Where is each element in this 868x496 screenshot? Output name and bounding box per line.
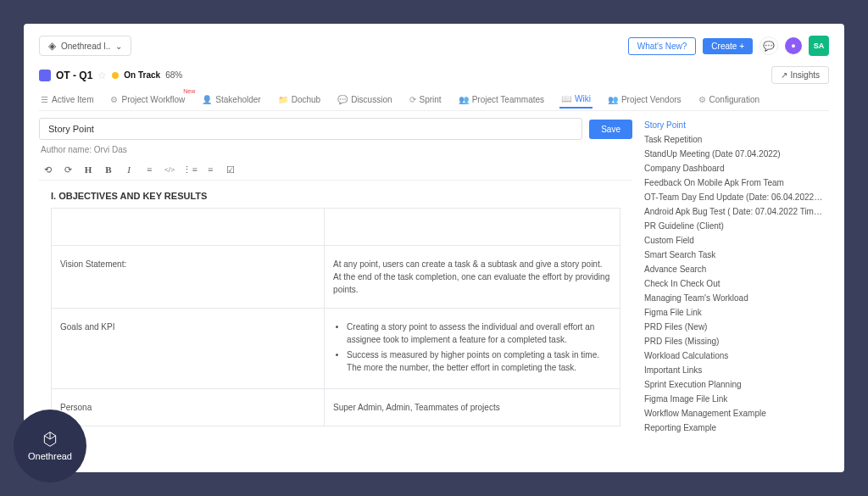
sidebar-item[interactable]: PRD Files (New): [643, 320, 826, 334]
code-icon[interactable]: </>: [163, 163, 176, 176]
italic-icon[interactable]: I: [122, 163, 136, 176]
sidebar-item[interactable]: OT-Team Day End Update (Date: 06.04.2022…: [643, 190, 826, 204]
tab-label: Configuration: [709, 95, 760, 104]
table-cell-content[interactable]: At any point, users can create a task & …: [325, 246, 620, 309]
tab-project-teammates[interactable]: 👥Project Teammates: [457, 91, 546, 109]
org-selector[interactable]: ◈ Onethread I.. ⌄: [39, 36, 131, 56]
tab-label: Wiki: [575, 94, 591, 103]
tab-icon: 📖: [561, 94, 571, 103]
create-button[interactable]: Create +: [703, 38, 753, 54]
tab-label: Project Workflow: [121, 95, 185, 104]
tab-wiki[interactable]: 📖Wiki: [559, 91, 593, 109]
whats-new-button[interactable]: What's New?: [628, 37, 697, 55]
insights-icon: ↗: [781, 70, 787, 80]
tab-dochub[interactable]: 📁Dochub: [276, 91, 322, 109]
chat-icon[interactable]: 💬: [760, 36, 778, 55]
table-cell-content[interactable]: Creating a story point to assess the ind…: [325, 309, 620, 389]
table-row: PersonaSuper Admin, Admin, Teammates of …: [52, 389, 620, 426]
top-bar: ◈ Onethread I.. ⌄ What's New? Create + 💬…: [39, 36, 829, 63]
project-title: OT - Q1: [56, 70, 92, 81]
author-name: Orvi Das: [94, 145, 127, 154]
sidebar-item[interactable]: Reporting Example: [643, 421, 826, 435]
redo-icon[interactable]: ⟳: [61, 163, 75, 176]
check-icon[interactable]: ☑: [224, 163, 237, 176]
bold-icon[interactable]: B: [102, 163, 115, 176]
sidebar-item[interactable]: Check In Check Out: [643, 276, 826, 291]
org-name: Onethread I..: [61, 42, 110, 51]
sidebar-item[interactable]: Important Links: [643, 363, 826, 377]
sidebar-item[interactable]: Workload Calculations: [643, 348, 826, 363]
tab-icon: 💬: [337, 95, 348, 104]
editor-toolbar: ⟲ ⟳ H B I ≡ </> ⋮≡ ≡ ☑: [39, 159, 632, 181]
heading-icon[interactable]: H: [81, 163, 95, 176]
progress-text: 68%: [165, 70, 182, 80]
table-cell-label[interactable]: Vision Statement:: [52, 246, 325, 309]
tab-active-item[interactable]: ☰Active Item: [39, 91, 95, 109]
new-badge: New: [183, 88, 195, 94]
tab-discussion[interactable]: 💬Discussion: [336, 91, 393, 109]
table-cell-label[interactable]: Goals and KPI: [52, 309, 325, 389]
star-icon[interactable]: ☆: [97, 70, 107, 81]
sidebar-item[interactable]: Sprint Execution Planning: [643, 377, 826, 392]
author-line: Author name: Orvi Das: [41, 145, 631, 154]
save-button[interactable]: Save: [589, 120, 632, 139]
sidebar-item[interactable]: Workflow Management Example: [643, 406, 826, 421]
table-row: Vision Statement:At any point, users can…: [52, 246, 620, 309]
table-cell[interactable]: [52, 209, 325, 246]
wiki-title-input[interactable]: [39, 118, 582, 140]
tab-icon: ⚙: [698, 95, 706, 104]
ol-icon[interactable]: ≡: [203, 163, 217, 176]
sidebar-item[interactable]: Smart Search Task: [643, 248, 826, 262]
table-cell[interactable]: [325, 209, 620, 246]
org-icon: ◈: [48, 40, 56, 52]
tab-project-workflow[interactable]: ⚙Project WorkflowNew: [108, 91, 186, 109]
doc-body[interactable]: I. OBJECTIVES AND KEY RESULTS Vision Sta…: [39, 181, 632, 460]
quote-icon[interactable]: ≡: [142, 163, 156, 176]
sidebar-item[interactable]: Feedback On Mobile Apk From Team: [643, 176, 826, 190]
tab-icon: ⚙: [110, 95, 118, 104]
sidebar-item[interactable]: Android Apk Bug Test ( Date: 07.04.2022 …: [643, 204, 826, 219]
tab-icon: 👥: [459, 95, 469, 104]
project-header: OT - Q1 ☆ On Track 68% ↗ Insights: [39, 63, 829, 87]
tab-project-vendors[interactable]: 👥Project Vendors: [606, 91, 683, 109]
insights-button[interactable]: ↗ Insights: [771, 66, 829, 84]
sidebar-item[interactable]: StandUp Meeting (Date 07.04.2022): [643, 147, 826, 161]
wiki-sidebar: Story PointTask RepetitionStandUp Meetin…: [643, 118, 829, 460]
notification-badge[interactable]: ●: [785, 37, 802, 54]
logo-text: Onethread: [28, 451, 72, 461]
table-cell-label[interactable]: Persona: [52, 389, 325, 426]
status-dot-icon: [112, 72, 119, 79]
tab-label: Sprint: [420, 95, 442, 104]
tab-stakeholder[interactable]: 👤Stakeholder: [200, 91, 262, 109]
chevron-down-icon: ⌄: [115, 42, 122, 51]
avatar[interactable]: SA: [809, 36, 829, 56]
sidebar-item[interactable]: Advance Search: [643, 262, 826, 276]
sidebar-item[interactable]: PRD Files (Missing): [643, 334, 826, 348]
tab-label: Project Vendors: [621, 95, 682, 104]
sidebar-item[interactable]: Custom Field: [643, 233, 826, 248]
list-item: Success is measured by higher points on …: [347, 348, 611, 374]
sidebar-item[interactable]: Story Point: [643, 118, 826, 132]
tab-label: Discussion: [351, 95, 392, 104]
tab-sprint[interactable]: ⟳Sprint: [408, 91, 443, 109]
table-cell-content[interactable]: Super Admin, Admin, Teammates of project…: [325, 389, 620, 426]
tab-icon: ⟳: [409, 95, 416, 104]
tab-label: Active Item: [52, 95, 93, 104]
sidebar-item[interactable]: Task Repetition: [643, 132, 826, 147]
sidebar-item[interactable]: Managing Team's Workload: [643, 291, 826, 305]
onethread-logo: Onethread: [14, 410, 86, 482]
tab-configuration[interactable]: ⚙Configuration: [697, 91, 761, 109]
author-label: Author name:: [41, 145, 92, 154]
doc-table: Vision Statement:At any point, users can…: [51, 208, 620, 426]
ul-icon[interactable]: ⋮≡: [183, 163, 197, 176]
undo-icon[interactable]: ⟲: [41, 163, 54, 176]
table-row: Goals and KPICreating a story point to a…: [52, 309, 620, 389]
sidebar-item[interactable]: Company Dashboard: [643, 161, 826, 176]
sidebar-item[interactable]: PR Guideline (Client): [643, 219, 826, 233]
tab-icon: ☰: [41, 95, 48, 104]
sidebar-item[interactable]: Figma Image File Link: [643, 392, 826, 406]
sidebar-item[interactable]: Figma File Link: [643, 305, 826, 320]
list-item: Creating a story point to assess the ind…: [347, 320, 611, 346]
cube-icon: [42, 431, 58, 448]
tab-label: Project Teammates: [472, 95, 544, 104]
